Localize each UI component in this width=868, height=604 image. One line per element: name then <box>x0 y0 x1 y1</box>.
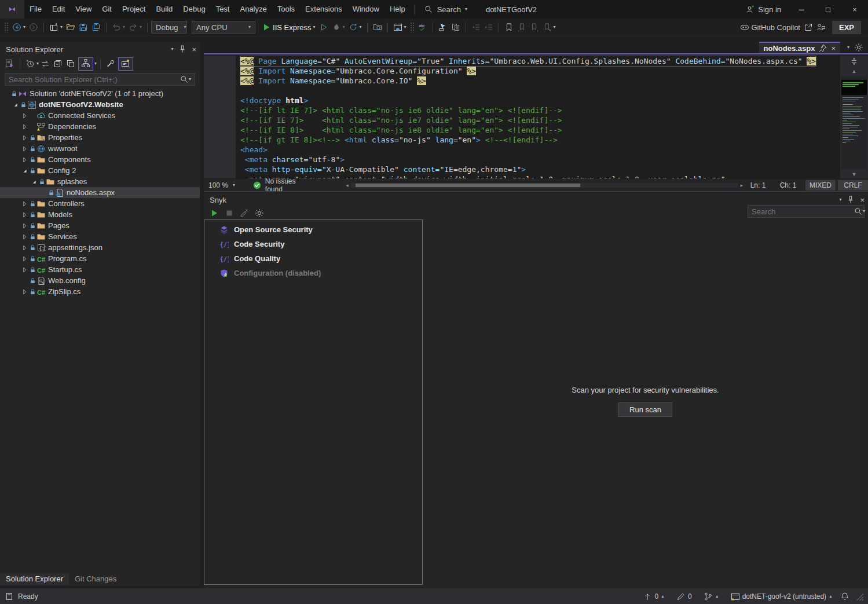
menu-debug[interactable]: Debug <box>178 0 210 19</box>
repository-picker-button[interactable]: dotNET-goof-v2 (untrusted) ▲ <box>727 592 837 601</box>
expander-collapsed-icon[interactable] <box>21 255 29 263</box>
close-button[interactable]: × <box>841 0 868 19</box>
navigate-forward-button[interactable] <box>27 21 40 33</box>
navigate-back-button[interactable]: ▾ <box>10 21 27 33</box>
split-handle-icon[interactable] <box>840 56 868 67</box>
expander-collapsed-icon[interactable] <box>21 288 29 296</box>
toggle-bookmark-button[interactable] <box>503 21 515 33</box>
expander-collapsed-icon[interactable] <box>21 112 29 120</box>
expander-collapsed-icon[interactable] <box>21 233 29 241</box>
menu-help[interactable]: Help <box>384 0 411 19</box>
pin-icon[interactable] <box>846 195 855 204</box>
close-tab-button[interactable]: × <box>831 44 836 53</box>
share-button[interactable] <box>802 21 815 33</box>
search-icon[interactable] <box>180 75 189 84</box>
spell-check-button[interactable]: abc <box>416 21 429 33</box>
tree-item-controllers[interactable]: Controllers <box>0 198 200 209</box>
show-all-files-toggle[interactable] <box>78 57 93 71</box>
snyk-results-tree[interactable]: Open Source Security{/}Code Security{/}C… <box>204 219 423 585</box>
toolbar-grip[interactable] <box>410 22 415 32</box>
outgoing-commits-button[interactable]: 0 ▲ <box>639 592 669 601</box>
menu-extensions[interactable]: Extensions <box>300 0 347 19</box>
scroll-left-icon[interactable]: ◂ <box>346 181 349 189</box>
snyk-run-icon[interactable] <box>210 208 219 218</box>
horizontal-scrollbar[interactable]: ◂ ▸ <box>346 181 743 189</box>
tree-item-dotnetgoofv2-website[interactable]: dotNETGoofV2.Website <box>0 99 200 110</box>
window-position-menu[interactable]: ▾ <box>171 47 173 52</box>
save-all-button[interactable] <box>90 21 102 33</box>
snyk-clean-icon[interactable] <box>240 208 249 218</box>
bottom-tab-solution-explorer[interactable]: Solution Explorer <box>0 573 69 585</box>
menu-test[interactable]: Test <box>211 0 235 19</box>
menu-edit[interactable]: Edit <box>47 0 70 19</box>
minimap[interactable] <box>841 76 867 169</box>
encoding-indicator[interactable]: MIXED <box>805 180 836 191</box>
close-panel-button[interactable]: × <box>860 196 865 204</box>
menu-file[interactable]: File <box>24 0 47 19</box>
maximize-button[interactable]: □ <box>815 0 841 19</box>
active-files-dropdown[interactable]: ▾ <box>847 45 849 50</box>
expander-expanded-icon[interactable] <box>21 167 29 175</box>
snyk-item-configuration-disabled[interactable]: Configuration (disabled) <box>204 266 422 280</box>
menu-tools[interactable]: Tools <box>272 0 300 19</box>
tree-item-components[interactable]: Components <box>0 154 200 165</box>
branch-picker-button[interactable]: ▲ <box>699 592 723 601</box>
snyk-item-code-quality[interactable]: {/}Code Quality <box>204 251 422 266</box>
snyk-settings-icon[interactable] <box>255 208 264 218</box>
gear-icon[interactable] <box>854 43 863 52</box>
menu-project[interactable]: Project <box>117 0 151 19</box>
redo-button[interactable]: ▾ <box>127 21 144 33</box>
run-scan-button[interactable]: Run scan <box>618 402 672 417</box>
clear-bookmarks-button[interactable]: ▾ <box>541 21 558 33</box>
tree-item-connected-services[interactable]: Connected Services <box>0 110 200 121</box>
editor-scrollbar[interactable]: ▲ ▼ <box>840 56 868 178</box>
preview-selected-toggle[interactable] <box>118 57 133 71</box>
expander-collapsed-icon[interactable] <box>21 200 29 208</box>
expander-expanded-icon[interactable] <box>12 101 20 109</box>
save-button[interactable] <box>77 21 90 33</box>
refresh-button[interactable]: ▾ <box>347 21 364 33</box>
properties-wrench-icon[interactable] <box>106 59 115 68</box>
menu-git[interactable]: Git <box>97 0 117 19</box>
toolbar-grip[interactable] <box>4 22 9 32</box>
tree-item-wwwroot[interactable]: wwwroot <box>0 143 200 154</box>
minimize-button[interactable]: ─ <box>788 0 815 19</box>
prev-bookmark-button[interactable] <box>515 21 528 33</box>
expander-collapsed-icon[interactable] <box>21 266 29 274</box>
open-file-button[interactable] <box>64 21 77 33</box>
new-project-button[interactable]: ▾ <box>47 21 64 33</box>
keep-open-icon[interactable] <box>818 43 827 53</box>
window-position-menu[interactable]: ▾ <box>839 197 841 202</box>
snyk-item-open-source-security[interactable]: Open Source Security <box>204 222 422 237</box>
next-bookmark-button[interactable] <box>528 21 541 33</box>
notifications-bell-icon[interactable] <box>840 592 849 601</box>
resize-grip[interactable] <box>855 592 863 601</box>
tree-item-zipslip-cs[interactable]: C#ZipSlip.cs <box>0 286 200 297</box>
tab-nonodes-aspx[interactable]: noNodes.aspx × <box>759 42 840 53</box>
close-panel-button[interactable]: × <box>192 45 196 54</box>
expander-collapsed-icon[interactable] <box>21 123 29 131</box>
snyk-stop-icon[interactable] <box>225 208 234 218</box>
tree-item-services[interactable]: Services <box>0 231 200 242</box>
start-without-debug-button[interactable] <box>317 21 330 33</box>
solution-config-dropdown[interactable]: Debug▾ <box>151 21 187 34</box>
expander-collapsed-icon[interactable] <box>21 244 29 252</box>
properties-window-icon[interactable] <box>66 59 75 68</box>
editor-margin[interactable] <box>204 56 236 178</box>
decrease-indent-button[interactable] <box>470 21 482 33</box>
tree-item-models[interactable]: Models <box>0 209 200 220</box>
expander-collapsed-icon[interactable] <box>21 211 29 219</box>
expander-collapsed-icon[interactable] <box>21 156 29 164</box>
expander-collapsed-icon[interactable] <box>21 222 29 230</box>
expander-collapsed-icon[interactable] <box>21 134 29 142</box>
experimental-button[interactable]: EXP <box>832 21 861 34</box>
pending-changes-filter-icon[interactable] <box>25 59 35 68</box>
platform-dropdown[interactable]: Any CPU▾ <box>192 21 255 34</box>
tree-item-appsettings-json[interactable]: {;}appsettings.json <box>0 242 200 253</box>
increase-indent-button[interactable] <box>482 21 495 33</box>
zoom-dropdown[interactable]: 100 %▾ <box>204 181 242 189</box>
tree-item-program-cs[interactable]: C#Program.cs <box>0 253 200 264</box>
search-icon[interactable] <box>854 207 863 216</box>
bottom-tab-git-changes[interactable]: Git Changes <box>69 573 122 585</box>
browse-with-button[interactable]: ▾ <box>391 21 408 33</box>
